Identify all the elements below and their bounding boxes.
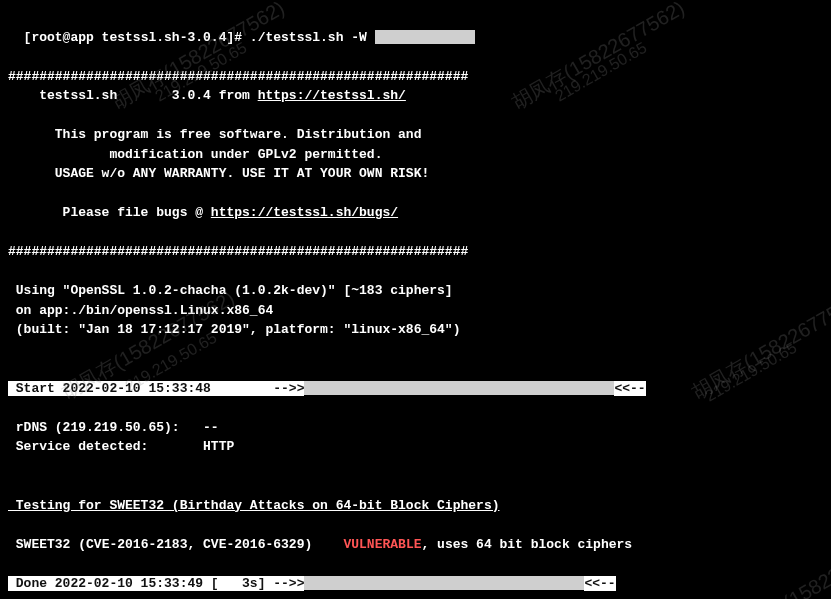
- blank-line: [8, 515, 823, 535]
- blank-line: [8, 476, 823, 496]
- done-bar-mid: ] -->>: [258, 576, 305, 591]
- banner-app-name: testssl.sh: [8, 88, 172, 103]
- sweet32-name: SWEET32: [8, 537, 70, 552]
- redacted-target-2: [304, 576, 584, 590]
- sweet32-status: VULNERABLE: [343, 537, 421, 552]
- sweet32-detail: , uses 64 bit block ciphers: [421, 537, 632, 552]
- shell-prompt: [root@app testssl.sh-3.0.4]#: [24, 30, 250, 45]
- banner-line-2: modification under GPLv2 permitted.: [8, 145, 823, 165]
- banner-line-3: USAGE w/o ANY WARRANTY. USE IT AT YOUR O…: [8, 164, 823, 184]
- blank-line: [8, 340, 823, 360]
- shell-prompt-line[interactable]: [root@app testssl.sh-3.0.4]# ./testssl.s…: [8, 8, 823, 47]
- blank-line: [8, 223, 823, 243]
- openssl-built: (built: "Jan 18 17:12:17 2019", platform…: [8, 320, 823, 340]
- redacted-target: [304, 381, 614, 395]
- rdns-label: rDNS (219.219.50.65):: [8, 420, 203, 435]
- blank-line: [8, 457, 823, 477]
- rdns-value: --: [203, 420, 219, 435]
- service-line: Service detected: HTTP: [8, 437, 823, 457]
- sweet32-line: SWEET32 (CVE-2016-2183, CVE-2016-6329) V…: [8, 535, 823, 555]
- start-bar-suffix: <<--: [614, 381, 645, 396]
- done-bar-suffix: <<--: [584, 576, 615, 591]
- blank-line: [8, 359, 823, 379]
- banner-version: 3.0.4 from: [172, 88, 258, 103]
- done-bar-prefix: Done 2022-02-10 15:33:49 [: [8, 576, 219, 591]
- banner-bugs-url: https://testssl.sh/bugs/: [211, 205, 398, 220]
- openssl-on: on app:./bin/openssl.Linux.x86_64: [8, 301, 823, 321]
- blank-line: [8, 106, 823, 126]
- service-label: Service detected:: [8, 439, 203, 454]
- blank-line: [8, 47, 823, 67]
- blank-line: [8, 398, 823, 418]
- service-value: HTTP: [203, 439, 234, 454]
- blank-line: [8, 554, 823, 574]
- blank-line: [8, 262, 823, 282]
- blank-line: [8, 184, 823, 204]
- banner-app-line: testssl.sh 3.0.4 from https://testssl.sh…: [8, 86, 823, 106]
- openssl-using: Using "OpenSSL 1.0.2-chacha (1.0.2k-dev)…: [8, 281, 823, 301]
- done-bar-time: 3s: [219, 576, 258, 591]
- divider-bottom: ########################################…: [8, 242, 823, 262]
- start-bar: Start 2022-02-10 15:33:48 -->><<--: [8, 379, 823, 399]
- test-header: Testing for SWEET32 (Birthday Attacks on…: [8, 496, 823, 516]
- rdns-line: rDNS (219.219.50.65): --: [8, 418, 823, 438]
- redacted-arg: [375, 30, 475, 44]
- divider-top: ########################################…: [8, 67, 823, 87]
- done-bar: Done 2022-02-10 15:33:49 [ 3s] -->><<--: [8, 574, 823, 594]
- start-bar-prefix: Start 2022-02-10 15:33:48 -->>: [8, 381, 304, 396]
- sweet32-cve: (CVE-2016-2183, CVE-2016-6329): [70, 537, 343, 552]
- banner-bugs-prefix: Please file bugs @: [8, 205, 211, 220]
- banner-line-1: This program is free software. Distribut…: [8, 125, 823, 145]
- banner-bugs-line: Please file bugs @ https://testssl.sh/bu…: [8, 203, 823, 223]
- banner-url: https://testssl.sh/: [258, 88, 406, 103]
- shell-command: ./testssl.sh -W: [250, 30, 367, 45]
